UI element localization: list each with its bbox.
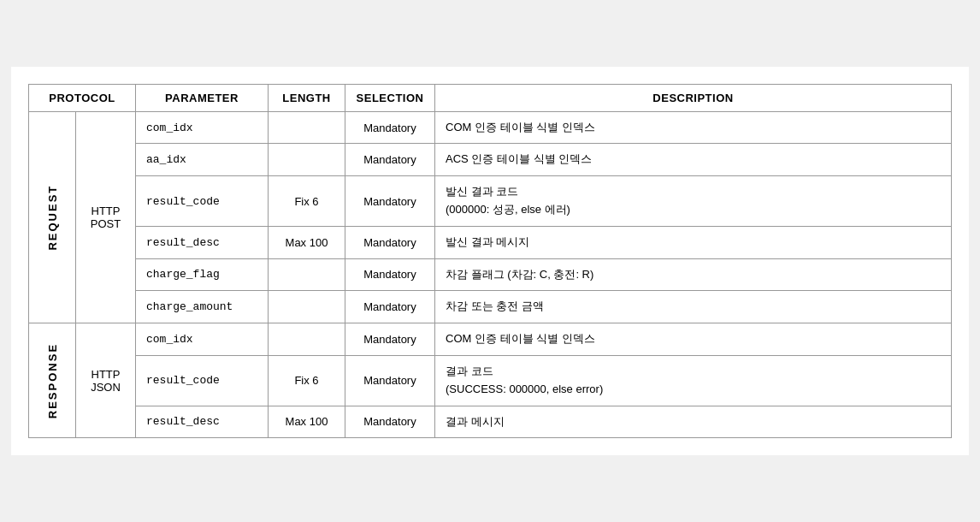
param-length [269,258,345,291]
param-description: 결과 메시지 [435,406,952,438]
param-description: COM 인증 테이블 식별 인덱스 [435,323,952,356]
table-row: charge_flagMandatory차감 플래그 (차감: C, 충전: R… [29,258,952,291]
param-selection: Mandatory [345,226,435,258]
param-selection: Mandatory [345,406,435,438]
method-label: HTTP JSON [76,323,136,438]
table-row: charge_amountMandatory차감 또는 충전 금액 [29,291,952,323]
param-length [269,111,345,144]
header-description: DESCRIPTION [435,84,952,111]
param-length: Max 100 [269,406,345,438]
param-description: 발신 결과 코드 (000000: 성공, else 에러) [435,176,952,227]
param-description: 결과 코드 (SUCCESS: 000000, else error) [435,355,952,406]
table-row: REQUESTHTTP POSTcom_idxMandatoryCOM 인증 테… [29,111,952,144]
param-length [269,144,345,176]
param-selection: Mandatory [345,144,435,176]
header-parameter: PARAMETER [136,84,269,111]
param-name: result_desc [136,226,269,258]
table-row: aa_idxMandatoryACS 인증 테이블 식별 인덱스 [29,144,952,176]
header-length: LENGTH [269,84,345,111]
param-name: result_code [136,176,269,227]
param-length: Max 100 [269,226,345,258]
param-name: aa_idx [136,144,269,176]
table-row: RESPONSEHTTP JSONcom_idxMandatoryCOM 인증 … [29,323,952,356]
param-length: Fix 6 [269,176,345,227]
table-row: result_codeFix 6Mandatory발신 결과 코드 (00000… [29,176,952,227]
param-length: Fix 6 [269,355,345,406]
param-selection: Mandatory [345,176,435,227]
section-label: REQUEST [29,111,76,323]
protocol-table: PROTOCOL PARAMETER LENGTH SELECTION DESC… [28,84,952,439]
param-selection: Mandatory [345,258,435,291]
param-selection: Mandatory [345,355,435,406]
method-label: HTTP POST [76,111,136,323]
param-selection: Mandatory [345,291,435,323]
header-selection: SELECTION [345,84,435,111]
param-name: result_desc [136,406,269,438]
table-row: result_descMax 100Mandatory발신 결과 메시지 [29,226,952,258]
param-selection: Mandatory [345,111,435,144]
param-length [269,323,345,356]
header-protocol: PROTOCOL [29,84,136,111]
param-description: 차감 플래그 (차감: C, 충전: R) [435,258,952,291]
table-container: PROTOCOL PARAMETER LENGTH SELECTION DESC… [11,67,969,456]
param-name: charge_amount [136,291,269,323]
param-description: 발신 결과 메시지 [435,226,952,258]
param-name: charge_flag [136,258,269,291]
param-selection: Mandatory [345,323,435,356]
param-name: com_idx [136,111,269,144]
table-row: result_codeFix 6Mandatory결과 코드 (SUCCESS:… [29,355,952,406]
table-row: result_descMax 100Mandatory결과 메시지 [29,406,952,438]
param-description: COM 인증 테이블 식별 인덱스 [435,111,952,144]
section-label: RESPONSE [29,323,76,438]
param-description: 차감 또는 충전 금액 [435,291,952,323]
param-name: com_idx [136,323,269,356]
param-name: result_code [136,355,269,406]
param-description: ACS 인증 테이블 식별 인덱스 [435,144,952,176]
param-length [269,291,345,323]
